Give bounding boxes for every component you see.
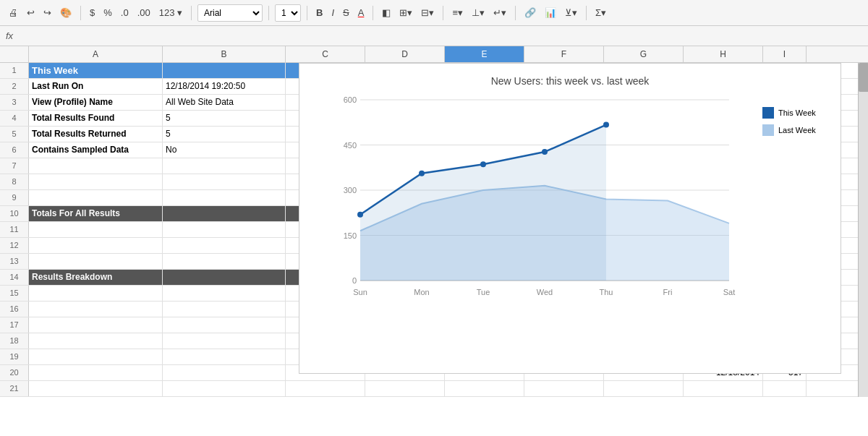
halign-button[interactable]: ≡▾ [449,6,466,20]
cell[interactable] [163,63,286,78]
cell[interactable] [29,158,163,174]
cell[interactable] [163,365,286,380]
spreadsheet: A B C D E F G H I 1This Week2Last Run On… [0,46,868,436]
scrollbar[interactable] [858,63,868,397]
legend-last-week: Last Week [762,124,823,136]
cell[interactable]: Contains Sampled Data [29,142,163,158]
svg-text:0: 0 [352,276,357,285]
cell[interactable]: 12/18/2014 19:20:50 [163,79,286,94]
svg-point-24 [603,122,609,128]
cell[interactable] [29,302,163,317]
cell[interactable] [29,286,163,301]
cell[interactable] [163,302,286,317]
redo-button[interactable]: ↪ [41,6,54,20]
cell[interactable] [29,317,163,333]
cell[interactable] [163,333,286,349]
decimal0-button[interactable]: .0 [118,6,132,20]
row-number: 4 [0,111,29,126]
col-header-g[interactable]: G [604,46,684,62]
print-button[interactable]: 🖨 [6,6,21,20]
col-header-i[interactable]: I [763,46,807,62]
cell[interactable] [163,381,286,396]
cell[interactable]: No [163,142,286,158]
valign-button[interactable]: ⊥▾ [469,6,488,20]
cell[interactable] [163,254,286,269]
sep7 [515,6,516,20]
row-number: 17 [0,317,29,333]
cell[interactable] [524,381,604,396]
cell[interactable]: Total Results Returned [29,127,163,142]
cell[interactable]: All Web Site Data [163,95,286,110]
cell[interactable]: Last Run On [29,79,163,94]
cell[interactable] [163,349,286,364]
cell[interactable] [29,333,163,349]
cell[interactable] [29,174,163,189]
cell[interactable]: View (Profile) Name [29,95,163,110]
col-header-a[interactable]: A [29,46,163,62]
col-header-c[interactable]: C [286,46,365,62]
cell[interactable] [763,381,807,396]
undo-button[interactable]: ↩ [24,6,38,20]
dollar-button[interactable]: $ [87,6,98,20]
cell[interactable] [163,206,286,221]
cell[interactable] [29,365,163,380]
cell[interactable] [163,222,286,237]
fontsize-select[interactable]: 10 [275,4,301,22]
wrap-button[interactable]: ↵▾ [490,6,509,20]
col-header-f[interactable]: F [524,46,604,62]
formula-button[interactable]: Σ▾ [592,6,609,20]
sep5 [373,6,373,20]
row-number: 18 [0,333,29,349]
svg-point-20 [357,212,363,218]
svg-text:Thu: Thu [600,288,613,296]
cell[interactable] [163,174,286,189]
cell[interactable]: Total Results Found [29,111,163,126]
svg-text:150: 150 [344,231,357,240]
cell[interactable] [684,381,763,396]
cell[interactable] [29,381,163,396]
cell[interactable]: Results Breakdown [29,270,163,285]
borders-button[interactable]: ⊞▾ [396,6,415,20]
percent-button[interactable]: % [101,6,115,20]
cell[interactable] [163,190,286,205]
merge-button[interactable]: ⊟▾ [418,6,437,20]
cell[interactable] [163,270,286,285]
cell[interactable] [163,158,286,174]
formula-input[interactable] [19,30,862,41]
decimal00-button[interactable]: .00 [135,6,153,20]
scrollbar-thumb[interactable] [859,63,868,92]
cell[interactable]: 5 [163,127,286,142]
cell[interactable] [286,381,365,396]
chart-button[interactable]: 📊 [542,6,559,20]
cell[interactable]: 5 [163,111,286,126]
cell[interactable] [163,317,286,333]
cell[interactable] [29,349,163,364]
filter-button[interactable]: ⊻▾ [562,6,580,20]
cell[interactable] [29,190,163,205]
legend-label-last-week: Last Week [778,126,816,134]
cell[interactable] [29,254,163,269]
col-header-b[interactable]: B [163,46,286,62]
fontcolor-button[interactable]: A [355,6,367,20]
cell[interactable]: Totals For All Results [29,206,163,221]
col-header-h[interactable]: H [684,46,763,62]
cell[interactable] [29,238,163,253]
col-header-e[interactable]: E [445,46,524,62]
cell[interactable] [445,381,524,396]
cell[interactable] [604,381,684,396]
italic-button[interactable]: I [328,6,337,20]
col-header-d[interactable]: D [365,46,445,62]
cell[interactable] [365,381,445,396]
format123-button[interactable]: 123 ▾ [156,6,185,20]
cell[interactable] [163,286,286,301]
paintformat-button[interactable]: 🎨 [57,6,75,20]
link-button[interactable]: 🔗 [522,6,539,20]
cell[interactable] [29,222,163,237]
strikethrough-button[interactable]: S [340,6,352,20]
bold-button[interactable]: B [313,6,326,20]
cell[interactable]: This Week [29,63,163,78]
fillcolor-button[interactable]: ◧ [379,6,393,20]
row-number: 5 [0,127,29,142]
cell[interactable] [163,238,286,253]
font-select[interactable]: Arial [197,4,263,22]
